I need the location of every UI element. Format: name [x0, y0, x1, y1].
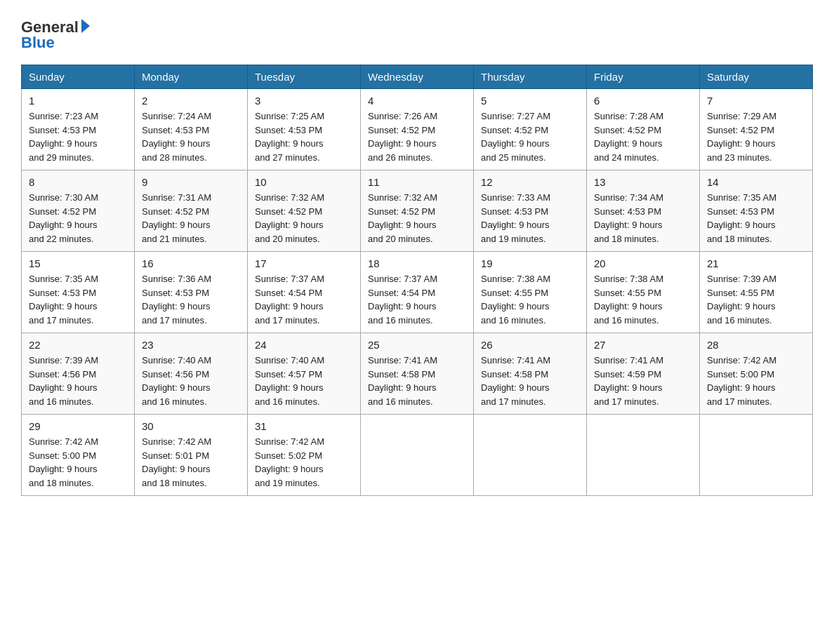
sunset-label: Sunset: 5:01 PM [142, 450, 209, 461]
daylight-label: Daylight: 9 hours [29, 382, 98, 393]
sunset-label: Sunset: 4:53 PM [481, 206, 548, 217]
calendar-cell: 30 Sunrise: 7:42 AM Sunset: 5:01 PM Dayl… [135, 415, 248, 496]
daylight-label: Daylight: 9 hours [707, 301, 776, 311]
calendar-cell [474, 415, 587, 496]
weekday-header-saturday: Saturday [700, 65, 813, 89]
sunset-label: Sunset: 5:00 PM [29, 450, 96, 461]
sunrise-label: Sunrise: 7:24 AM [142, 111, 211, 121]
daylight-minutes: and 25 minutes. [481, 152, 546, 163]
day-info: Sunrise: 7:36 AM Sunset: 4:53 PM Dayligh… [142, 272, 240, 327]
sunset-label: Sunset: 4:55 PM [707, 288, 774, 298]
daylight-minutes: and 17 minutes. [481, 396, 546, 407]
calendar-cell: 10 Sunrise: 7:32 AM Sunset: 4:52 PM Dayl… [248, 170, 361, 252]
sunset-label: Sunset: 4:58 PM [368, 369, 435, 380]
day-number: 21 [707, 257, 805, 269]
calendar-cell: 15 Sunrise: 7:35 AM Sunset: 4:53 PM Dayl… [22, 252, 135, 333]
daylight-minutes: and 16 minutes. [29, 396, 94, 407]
daylight-minutes: and 17 minutes. [255, 315, 320, 326]
daylight-label: Daylight: 9 hours [481, 138, 550, 149]
day-number: 25 [368, 339, 466, 351]
calendar-cell: 23 Sunrise: 7:40 AM Sunset: 4:56 PM Dayl… [135, 333, 248, 415]
day-info: Sunrise: 7:33 AM Sunset: 4:53 PM Dayligh… [481, 191, 579, 246]
calendar-cell: 14 Sunrise: 7:35 AM Sunset: 4:53 PM Dayl… [700, 170, 813, 252]
day-info: Sunrise: 7:25 AM Sunset: 4:53 PM Dayligh… [255, 109, 353, 164]
daylight-minutes: and 17 minutes. [707, 396, 772, 407]
daylight-label: Daylight: 9 hours [255, 464, 324, 474]
week-row-3: 15 Sunrise: 7:35 AM Sunset: 4:53 PM Dayl… [22, 252, 813, 333]
daylight-label: Daylight: 9 hours [368, 220, 437, 230]
sunset-label: Sunset: 4:52 PM [368, 206, 435, 217]
day-number: 24 [255, 339, 353, 351]
daylight-label: Daylight: 9 hours [255, 220, 324, 230]
weekday-header-thursday: Thursday [474, 65, 587, 89]
daylight-label: Daylight: 9 hours [481, 382, 550, 393]
sunrise-label: Sunrise: 7:37 AM [368, 274, 437, 284]
calendar-cell [587, 415, 700, 496]
day-number: 18 [368, 257, 466, 269]
week-row-1: 1 Sunrise: 7:23 AM Sunset: 4:53 PM Dayli… [22, 89, 813, 170]
day-info: Sunrise: 7:35 AM Sunset: 4:53 PM Dayligh… [29, 272, 127, 327]
sunrise-label: Sunrise: 7:39 AM [29, 355, 98, 365]
sunrise-label: Sunrise: 7:26 AM [368, 111, 437, 121]
day-info: Sunrise: 7:28 AM Sunset: 4:52 PM Dayligh… [594, 109, 692, 164]
day-number: 12 [481, 176, 579, 188]
day-number: 14 [707, 176, 805, 188]
calendar-cell: 31 Sunrise: 7:42 AM Sunset: 5:02 PM Dayl… [248, 415, 361, 496]
sunrise-label: Sunrise: 7:30 AM [29, 192, 98, 203]
daylight-minutes: and 18 minutes. [707, 234, 772, 244]
daylight-minutes: and 16 minutes. [481, 315, 546, 326]
daylight-label: Daylight: 9 hours [29, 301, 98, 311]
day-number: 17 [255, 257, 353, 269]
day-number: 1 [29, 95, 127, 107]
day-info: Sunrise: 7:34 AM Sunset: 4:53 PM Dayligh… [594, 191, 692, 246]
day-info: Sunrise: 7:42 AM Sunset: 5:00 PM Dayligh… [29, 435, 127, 490]
sunrise-label: Sunrise: 7:27 AM [481, 111, 550, 121]
day-number: 7 [707, 95, 805, 107]
daylight-label: Daylight: 9 hours [142, 220, 211, 230]
daylight-minutes: and 16 minutes. [255, 396, 320, 407]
day-number: 20 [594, 257, 692, 269]
week-row-4: 22 Sunrise: 7:39 AM Sunset: 4:56 PM Dayl… [22, 333, 813, 415]
sunrise-label: Sunrise: 7:42 AM [142, 436, 211, 447]
daylight-minutes: and 18 minutes. [594, 234, 659, 244]
day-info: Sunrise: 7:38 AM Sunset: 4:55 PM Dayligh… [594, 272, 692, 327]
weekday-header-row: SundayMondayTuesdayWednesdayThursdayFrid… [22, 65, 813, 89]
weekday-header-monday: Monday [135, 65, 248, 89]
day-number: 28 [707, 339, 805, 351]
sunset-label: Sunset: 5:00 PM [707, 369, 774, 380]
day-info: Sunrise: 7:39 AM Sunset: 4:56 PM Dayligh… [29, 354, 127, 408]
sunrise-label: Sunrise: 7:42 AM [255, 436, 324, 447]
sunrise-label: Sunrise: 7:29 AM [707, 111, 776, 121]
calendar-cell: 29 Sunrise: 7:42 AM Sunset: 5:00 PM Dayl… [22, 415, 135, 496]
day-info: Sunrise: 7:27 AM Sunset: 4:52 PM Dayligh… [481, 109, 579, 164]
daylight-label: Daylight: 9 hours [29, 464, 98, 474]
sunrise-label: Sunrise: 7:32 AM [368, 192, 437, 203]
calendar-cell: 20 Sunrise: 7:38 AM Sunset: 4:55 PM Dayl… [587, 252, 700, 333]
calendar-cell: 21 Sunrise: 7:39 AM Sunset: 4:55 PM Dayl… [700, 252, 813, 333]
daylight-label: Daylight: 9 hours [594, 382, 663, 393]
sunset-label: Sunset: 4:53 PM [594, 206, 661, 217]
sunset-label: Sunset: 4:59 PM [594, 369, 661, 380]
sunset-label: Sunset: 4:53 PM [29, 125, 96, 135]
day-number: 15 [29, 257, 127, 269]
daylight-minutes: and 18 minutes. [142, 478, 207, 488]
sunset-label: Sunset: 4:58 PM [481, 369, 548, 380]
day-info: Sunrise: 7:39 AM Sunset: 4:55 PM Dayligh… [707, 272, 805, 327]
calendar-cell: 16 Sunrise: 7:36 AM Sunset: 4:53 PM Dayl… [135, 252, 248, 333]
day-number: 27 [594, 339, 692, 351]
daylight-minutes: and 16 minutes. [142, 396, 207, 407]
week-row-2: 8 Sunrise: 7:30 AM Sunset: 4:52 PM Dayli… [22, 170, 813, 252]
daylight-label: Daylight: 9 hours [707, 138, 776, 149]
daylight-label: Daylight: 9 hours [594, 220, 663, 230]
sunset-label: Sunset: 4:54 PM [368, 288, 435, 298]
calendar-cell: 2 Sunrise: 7:24 AM Sunset: 4:53 PM Dayli… [135, 89, 248, 170]
sunrise-label: Sunrise: 7:28 AM [594, 111, 663, 121]
sunrise-label: Sunrise: 7:42 AM [29, 436, 98, 447]
calendar-cell: 25 Sunrise: 7:41 AM Sunset: 4:58 PM Dayl… [361, 333, 474, 415]
calendar-cell: 17 Sunrise: 7:37 AM Sunset: 4:54 PM Dayl… [248, 252, 361, 333]
daylight-minutes: and 16 minutes. [594, 315, 659, 326]
sunset-label: Sunset: 4:52 PM [368, 125, 435, 135]
sunrise-label: Sunrise: 7:36 AM [142, 274, 211, 284]
daylight-minutes: and 19 minutes. [255, 478, 320, 488]
day-info: Sunrise: 7:23 AM Sunset: 4:53 PM Dayligh… [29, 109, 127, 164]
